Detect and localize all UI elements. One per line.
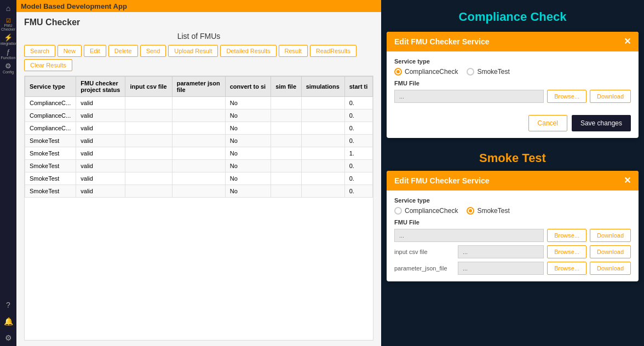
- sidebar-icon-integration[interactable]: ⚡ Integration: [0, 32, 16, 47]
- sidebar-icon-notification[interactable]: 🔔: [0, 313, 16, 330]
- cell-simulations: [301, 147, 344, 160]
- cell-status: valid: [76, 185, 125, 198]
- cell-status: valid: [76, 109, 125, 122]
- cell-sim-file: [271, 109, 302, 122]
- input-csv-input[interactable]: [458, 245, 544, 258]
- col-simulations: simulations: [301, 77, 344, 97]
- cell-start-ti: 0.: [344, 185, 372, 198]
- cell-status: valid: [76, 147, 125, 160]
- cell-param-json: [172, 122, 225, 135]
- table-row[interactable]: SmokeTest valid No 0.: [25, 185, 373, 198]
- table-row[interactable]: ComplianceC... valid No 0.: [25, 97, 373, 109]
- cell-start-ti: 0.: [344, 109, 372, 122]
- cell-status: valid: [76, 172, 125, 185]
- compliance-dialog-title: Edit FMU Checker Service: [394, 37, 490, 46]
- cell-input-csv: [125, 135, 172, 147]
- search-button[interactable]: Search: [24, 45, 55, 57]
- cell-start-ti: 1.: [344, 147, 372, 160]
- sidebar-icon-fmu[interactable]: ☑ FMU Checker: [0, 16, 16, 32]
- param-json-input[interactable]: [458, 262, 544, 275]
- table-row[interactable]: SmokeTest valid No 0.: [25, 160, 373, 172]
- cell-service-type: SmokeTest: [25, 185, 76, 198]
- col-sim-file: sim file: [271, 77, 302, 97]
- cell-service-type: SmokeTest: [25, 160, 76, 172]
- clear-results-button[interactable]: Clear Results: [24, 59, 72, 71]
- sidebar-icon-function[interactable]: ƒ Function: [0, 47, 16, 61]
- input-csv-browse-button[interactable]: Browse...: [547, 245, 586, 258]
- sidebar-icon-config[interactable]: ⚙ Config: [0, 61, 16, 75]
- table-row[interactable]: ComplianceC... valid No 0.: [25, 122, 373, 135]
- right-panel: Compliance Check Edit FMU Checker Servic…: [381, 0, 644, 346]
- smoke-fmu-browse-button[interactable]: Browse...: [547, 229, 586, 242]
- list-title: List of FMUs: [24, 32, 373, 41]
- detailed-results-button[interactable]: Detailed Results: [220, 45, 276, 57]
- save-button[interactable]: Save changes: [572, 115, 631, 131]
- compliance-check-radio[interactable]: ComplianceCheck: [394, 68, 458, 76]
- cell-service-type: SmokeTest: [25, 172, 76, 185]
- param-json-browse-button[interactable]: Browse...: [547, 262, 586, 275]
- top-bar: Model Based Development App: [16, 0, 381, 12]
- fmu-browse-button[interactable]: Browse...: [547, 90, 586, 103]
- action-row: Cancel Save changes: [394, 111, 631, 131]
- smoke-test-radio[interactable]: SmokeTest: [467, 68, 509, 76]
- col-input-csv: input csv file: [125, 77, 172, 97]
- upload-result-button[interactable]: Upload Result: [168, 45, 218, 57]
- cell-input-csv: [125, 122, 172, 135]
- cell-convert-si: No: [225, 160, 271, 172]
- smoke-test-label: SmokeTest: [477, 68, 509, 76]
- cell-service-type: SmokeTest: [25, 135, 76, 147]
- smoke-smoke-radio-circle: [467, 207, 474, 215]
- edit-button[interactable]: Edit: [84, 45, 106, 57]
- cancel-button[interactable]: Cancel: [528, 115, 567, 131]
- sidebar-icon-help[interactable]: ?: [0, 297, 16, 313]
- delete-button[interactable]: Delete: [108, 45, 138, 57]
- smoke-fmu-download-button[interactable]: Download: [590, 229, 631, 242]
- cell-param-json: [172, 185, 225, 198]
- send-button[interactable]: Send: [140, 45, 166, 57]
- sidebar: ⌂ ☑ FMU Checker ⚡ Integration ƒ Function…: [0, 0, 16, 346]
- cell-status: valid: [76, 97, 125, 109]
- cell-input-csv: [125, 185, 172, 198]
- col-service-type: Service type: [25, 77, 76, 97]
- input-csv-download-button[interactable]: Download: [590, 245, 631, 258]
- smoke-fmu-file-input[interactable]: [394, 229, 544, 242]
- fmu-download-button[interactable]: Download: [590, 90, 631, 103]
- cell-status: valid: [76, 160, 125, 172]
- table-row[interactable]: SmokeTest valid No 0.: [25, 172, 373, 185]
- page-title: FMU Checker: [24, 18, 373, 27]
- smoke-compliance-check-radio[interactable]: ComplianceCheck: [394, 207, 458, 215]
- smoke-dialog-title: Edit FMU Checker Service: [394, 176, 490, 185]
- smoke-smoke-test-radio[interactable]: SmokeTest: [467, 207, 509, 215]
- result-button[interactable]: Result: [279, 45, 308, 57]
- cell-convert-si: No: [225, 147, 271, 160]
- cell-simulations: [301, 185, 344, 198]
- fmu-table-container: Service type FMU checkerproject status i…: [24, 76, 373, 341]
- cell-status: valid: [76, 135, 125, 147]
- smoke-dialog-close[interactable]: ✕: [624, 176, 631, 185]
- read-results-button[interactable]: ReadResults: [310, 45, 357, 57]
- smoke-dialog-body: Service type ComplianceCheck SmokeTest F…: [387, 191, 639, 281]
- table-header-row: Service type FMU checkerproject status i…: [25, 77, 373, 97]
- table-row[interactable]: SmokeTest valid No 1.: [25, 147, 373, 160]
- sidebar-icon-home[interactable]: ⌂: [0, 0, 16, 16]
- col-param-json: parameter jsonfile: [172, 77, 225, 97]
- cell-sim-file: [271, 172, 302, 185]
- compliance-dialog-close[interactable]: ✕: [624, 37, 631, 46]
- toolbar: Search New Edit Delete Send Upload Resul…: [24, 45, 373, 71]
- cell-service-type: ComplianceC...: [25, 97, 76, 109]
- cell-param-json: [172, 97, 225, 109]
- sidebar-icon-settings[interactable]: ⚙: [0, 330, 16, 346]
- cell-sim-file: [271, 122, 302, 135]
- param-json-download-button[interactable]: Download: [590, 262, 631, 275]
- cell-start-ti: 0.: [344, 97, 372, 109]
- new-button[interactable]: New: [58, 45, 82, 57]
- col-start-ti: start ti: [344, 77, 372, 97]
- cell-convert-si: No: [225, 185, 271, 198]
- table-row[interactable]: SmokeTest valid No 0.: [25, 135, 373, 147]
- cell-simulations: [301, 109, 344, 122]
- cell-sim-file: [271, 160, 302, 172]
- app-title: Model Based Development App: [21, 2, 127, 10]
- table-row[interactable]: ComplianceC... valid No 0.: [25, 109, 373, 122]
- smoke-dialog: Edit FMU Checker Service ✕ Service type …: [387, 171, 639, 281]
- fmu-file-input[interactable]: [394, 90, 544, 103]
